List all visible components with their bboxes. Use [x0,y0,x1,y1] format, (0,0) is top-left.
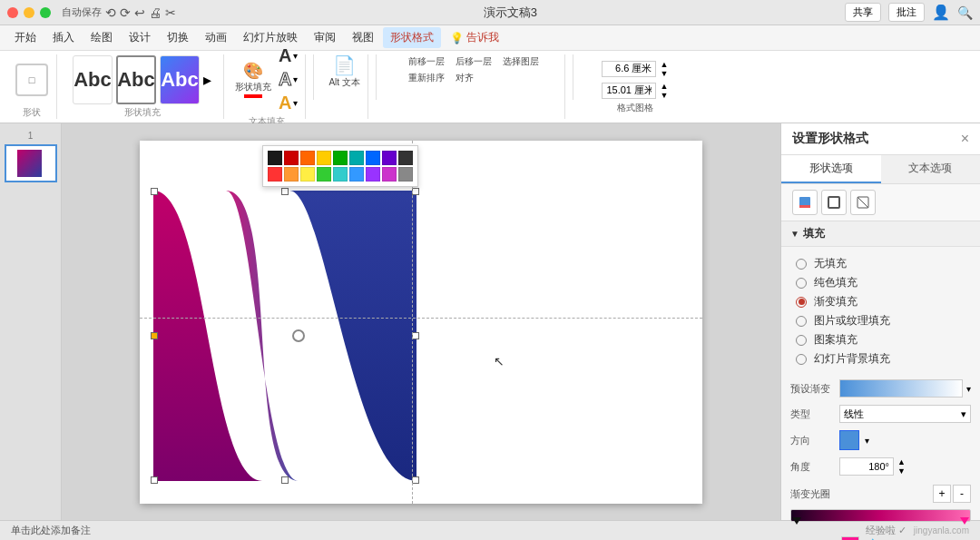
swatch-magenta[interactable] [382,167,397,182]
swatch-black[interactable] [268,151,282,165]
swatch-darkgray[interactable] [398,151,413,165]
swatch-purple[interactable] [382,151,397,165]
rotation-handle[interactable] [292,329,305,342]
swatch-green[interactable] [333,151,348,165]
swatch-lightyellow[interactable] [300,167,315,182]
tab-shape-options[interactable]: 形状选项 [781,155,881,183]
handle-tl[interactable] [151,188,158,195]
fill-solid[interactable]: 纯色填充 [796,273,965,292]
menu-tell-me[interactable]: 💡告诉我 [443,27,506,48]
direction-arrow[interactable]: ▾ [865,436,869,446]
minimize-button[interactable] [24,7,34,18]
tab-text-options[interactable]: 文本选项 [881,155,981,183]
text-fill-A[interactable]: A ▾ [279,45,298,66]
angle-input[interactable] [839,457,894,476]
menu-view[interactable]: 视图 [345,27,381,48]
close-button[interactable] [7,7,18,18]
add-stop-button[interactable]: + [933,485,951,503]
user-icon[interactable]: 👤 [932,4,950,21]
swatch-red[interactable] [284,151,299,165]
panel-close-button[interactable]: × [961,131,969,147]
fill-pattern[interactable]: 图案填充 [796,330,965,349]
handle-bc[interactable] [281,476,289,484]
menu-home[interactable]: 开始 [7,27,44,48]
align-button[interactable]: 重新排序 [404,71,449,85]
effects-icon-button[interactable] [850,190,876,215]
handle-bl[interactable] [151,476,158,484]
menu-review[interactable]: 审阅 [307,27,343,48]
swatch-orange[interactable] [300,151,315,165]
maximize-button[interactable] [40,7,51,18]
remove-stop-button[interactable]: - [953,485,971,503]
handle-tr[interactable] [412,188,419,195]
alt-text-button[interactable]: 📄 Alt 文本 [328,54,359,119]
angle-down[interactable]: ▼ [897,466,906,476]
width-input[interactable] [602,83,656,99]
swatch-yellow[interactable] [317,151,331,165]
slide-thumbnail[interactable] [5,144,57,182]
preset-dropdown[interactable] [839,379,963,398]
format-grid-label[interactable]: 格式图格 [617,102,653,114]
border-icon-button[interactable] [821,190,847,215]
text-style-outline[interactable]: Abc [116,55,156,104]
share-button[interactable]: 共享 [845,3,881,22]
backward-button[interactable]: 后移一层 [451,54,496,69]
menu-insert[interactable]: 插入 [45,27,82,48]
ribbon-fill-group: 🎨 形状填充 A ▾ A ▾ A ▾ 文本填充 [228,54,306,119]
text-style-normal[interactable]: Abc [73,55,113,104]
expand-arrow[interactable]: ▸ [203,70,211,90]
height-down[interactable]: ▼ [660,69,668,78]
handle-ml[interactable] [151,332,158,339]
direction-label: 方向 [790,434,836,447]
forward-button[interactable]: 前移一层 [404,54,449,69]
fill-none[interactable]: 无填充 [796,254,965,273]
swatch-lightblue[interactable] [349,167,364,182]
rotate-button[interactable]: 对齐 [451,71,478,85]
width-up[interactable]: ▲ [660,82,668,91]
swatch-lightcyan[interactable] [333,167,348,182]
handle-tc[interactable] [281,188,289,195]
type-dropdown[interactable]: 线性 ▾ [839,405,971,423]
width-down[interactable]: ▼ [660,91,668,100]
swatch-lightpurple[interactable] [366,167,380,182]
swatch-lightred[interactable] [268,167,282,182]
select-button[interactable]: 选择图层 [498,54,544,69]
handle-br[interactable] [412,476,419,484]
fill-section-header[interactable]: ▼ 填充 [781,221,980,247]
menu-design[interactable]: 设计 [122,27,158,48]
preset-arrow[interactable]: ▾ [966,384,971,394]
text-style-gradient[interactable]: Abc [160,55,200,104]
stop-left[interactable] [792,517,801,525]
fill-icon-button[interactable] [792,190,818,215]
shape-preview[interactable]: □ [15,64,48,96]
gradient-bar[interactable] [790,509,971,522]
ribbon-text-group: Abc Abc Abc ▸ 形状填充 [61,54,224,119]
menu-transition[interactable]: 切换 [160,27,196,48]
shape-fill-button[interactable]: 🎨 形状填充 [235,61,271,98]
direction-button[interactable] [839,430,859,450]
search-icon[interactable]: 🔍 [957,5,973,20]
swatch-lightorange[interactable] [284,167,299,182]
menu-draw[interactable]: 绘图 [83,27,120,48]
swatch-teal[interactable] [349,151,364,165]
fill-picture[interactable]: 图片或纹理填充 [796,311,965,330]
fill-gradient[interactable]: 渐变填充 [796,292,965,311]
menu-shape-format[interactable]: 形状格式 [383,27,441,48]
swatch-blue[interactable] [366,151,380,165]
color-preview[interactable] [841,536,859,540]
stop-right[interactable] [960,517,969,525]
color-picker[interactable] [262,145,418,187]
height-up[interactable]: ▲ [660,60,668,69]
swatch-gray[interactable] [398,167,413,182]
shape-container[interactable] [153,191,416,481]
text-effect-A[interactable]: A ▾ [279,93,298,113]
menu-animation[interactable]: 动画 [198,27,234,48]
slide-canvas[interactable]: ↖ [140,141,702,504]
swatch-lightgreen[interactable] [317,167,331,182]
angle-up[interactable]: ▲ [897,457,906,466]
text-outline-A[interactable]: A ▾ [279,69,298,90]
comment-button[interactable]: 批注 [888,3,925,22]
handle-mr[interactable] [412,332,419,339]
fill-background[interactable]: 幻灯片背景填充 [796,349,965,368]
height-input[interactable] [602,61,656,77]
